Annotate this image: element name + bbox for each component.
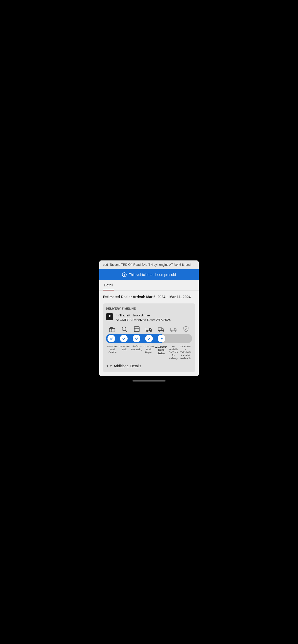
inspect-icon: [119, 326, 129, 332]
svg-marker-19: [161, 337, 163, 340]
header-prefix: oad: [103, 263, 108, 267]
date-col-4: 02/14/2024 Truck Depart: [143, 345, 155, 360]
truck-delivery-icon: [169, 326, 179, 332]
presold-banner: i This vehicle has been presold: [99, 269, 199, 280]
tab-detail[interactable]: Detail: [103, 280, 114, 290]
shield-check-icon: [181, 326, 191, 332]
svg-rect-12: [158, 328, 162, 331]
factory-icon: [107, 326, 117, 332]
status-badge: F: [106, 313, 113, 320]
icons-row: [106, 326, 192, 332]
date-col-1: 12/15/2023 Prod. Confirm: [106, 345, 118, 360]
svg-point-13: [159, 330, 160, 331]
step-dot-6: [170, 335, 178, 342]
step-dot-5: [158, 335, 165, 342]
date-col-3: 1/06/2024 Processing: [131, 345, 143, 360]
info-icon: i: [122, 272, 127, 277]
step-dot-2: [120, 335, 128, 342]
status-subtitle: Truck Arrive: [132, 313, 150, 317]
home-indicator: [132, 380, 166, 382]
truck-side-icon: [144, 326, 154, 332]
step-dot-3: [133, 335, 140, 342]
svg-point-11: [150, 330, 151, 331]
svg-rect-16: [171, 328, 174, 331]
timeline-card: DELIVERY TIMELINE F In Transit: Truck Ar…: [103, 303, 195, 372]
step-dot-4: [145, 335, 153, 342]
dates-row: 12/15/2023 Prod. Confirm 02/06/2024 Buil…: [106, 345, 192, 360]
presold-text: This vehicle has been presold: [129, 273, 176, 277]
svg-rect-1: [111, 330, 112, 332]
additional-details-arrow: ▼ ∨: [106, 364, 112, 368]
svg-rect-9: [146, 328, 150, 331]
progress-dots: [106, 335, 192, 342]
status-text: In Transit: Truck Arrive At OMESA Receiv…: [116, 313, 171, 322]
progress-track: [106, 334, 192, 343]
header-title: Tacoma TRD Off-Road 2.4L-T 4-cyl. engine…: [110, 263, 199, 267]
tab-bar: Detail: [99, 280, 199, 291]
step-dot-7: [183, 335, 191, 342]
svg-rect-6: [134, 327, 139, 332]
processing-icon: [132, 326, 142, 332]
truck-moving-icon: [156, 326, 166, 332]
svg-line-3: [126, 330, 127, 331]
date-col-7: 03/06/2024 - 03/11/2024 Arrival at Deale…: [180, 345, 192, 360]
date-col-2: 02/06/2024 Build: [118, 345, 130, 360]
svg-point-17: [171, 330, 172, 331]
svg-point-14: [163, 330, 164, 331]
svg-point-18: [175, 330, 176, 331]
step-dot-1: [107, 335, 115, 342]
header-bar: oad Tacoma TRD Off-Road 2.4L-T 4-cyl. en…: [99, 260, 199, 269]
main-content: Estimated Dealer Arrival: Mar 6, 2024 – …: [99, 291, 199, 376]
status-title: In Transit:: [116, 313, 131, 317]
additional-details-row[interactable]: ▼ ∨ Additional Details: [106, 364, 192, 368]
additional-details-label: Additional Details: [114, 364, 141, 368]
timeline-section-label: DELIVERY TIMELINE: [106, 307, 192, 310]
status-row: F In Transit: Truck Arrive At OMESA Rece…: [106, 313, 192, 322]
status-detail: At OMESA Received Date: 2/16/2024: [116, 318, 171, 322]
arrival-text: Estimated Dealer Arrival: Mar 6, 2024 – …: [103, 295, 195, 299]
date-col-6: Not Available On Truck for Delivery: [167, 345, 179, 360]
date-col-5: 02/16/2024 Truck Arrive: [155, 345, 167, 360]
svg-point-10: [146, 330, 147, 331]
